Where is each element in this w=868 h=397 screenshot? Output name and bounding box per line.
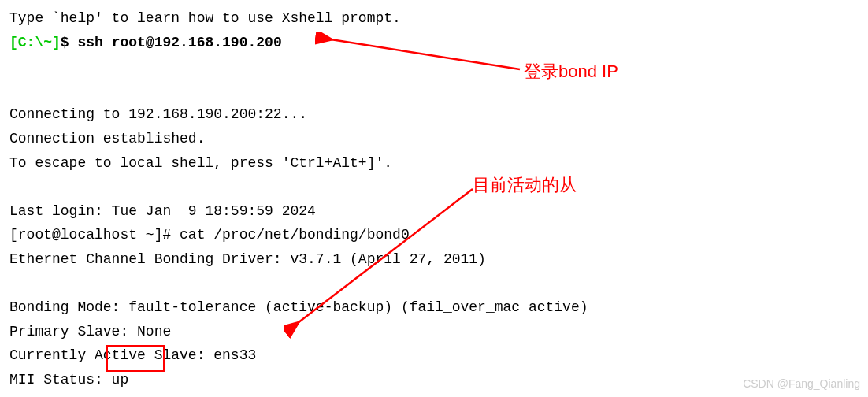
- escape-hint-line: To escape to local shell, press 'Ctrl+Al…: [9, 151, 859, 176]
- watermark-text: CSDN @Fang_Qianling: [743, 375, 860, 394]
- mii-polling-line: MII Polling Interval (ms): 100: [9, 392, 859, 398]
- arrow-icon: [284, 185, 488, 343]
- dollar-sign: $: [61, 35, 69, 50]
- connection-established-line: Connection established.: [9, 127, 859, 151]
- arrow-icon: [315, 32, 528, 79]
- shell-prompt: [C:\~]: [9, 35, 61, 50]
- connecting-line: Connecting to 192.168.190.200:22...: [9, 102, 859, 127]
- ssh-command: ssh root@192.168.190.200: [77, 35, 281, 50]
- svg-line-1: [331, 39, 520, 69]
- svg-line-3: [298, 189, 473, 323]
- help-prompt-line: Type `help' to learn how to use Xshell p…: [9, 6, 859, 31]
- blank-line: [9, 79, 859, 103]
- annotation-login-bond-ip: 登录bond IP: [524, 57, 618, 86]
- highlight-box-up: [106, 345, 165, 372]
